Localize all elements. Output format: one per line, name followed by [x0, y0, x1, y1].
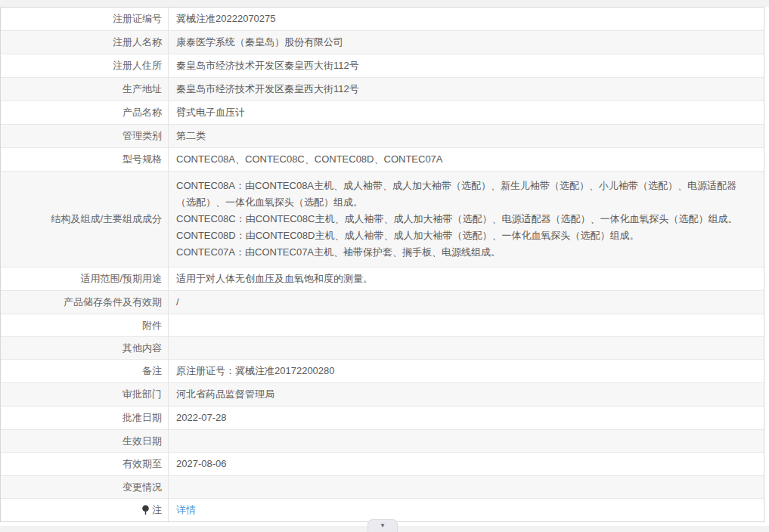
row-label: 注 — [1, 499, 169, 521]
table-row: 批准日期 2022-07-28 — [1, 407, 764, 430]
row-label: 审批部门 — [1, 383, 169, 406]
row-label: 生产地址 — [1, 78, 169, 101]
collapse-panel-tab[interactable]: ▼ — [367, 519, 398, 532]
row-value — [169, 322, 764, 329]
row-label: 型号规格 — [1, 148, 169, 171]
row-label: 附件 — [1, 314, 169, 336]
row-value: 臂式电子血压计 — [169, 101, 764, 124]
row-label: 适用范围/预期用途 — [1, 268, 169, 290]
row-label-text: 注册人名称 — [113, 36, 162, 49]
table-row: 适用范围/预期用途 适用于对人体无创血压及血氧饱和度的测量。 — [1, 268, 764, 291]
row-label: 注册人住所 — [1, 54, 169, 77]
table-row: 生产地址 秦皇岛市经济技术开发区秦皇西大街112号 — [1, 78, 764, 101]
registration-detail-table: 注册证编号 冀械注准20222070275 注册人名称 康泰医学系统（秦皇岛）股… — [0, 7, 764, 522]
row-value: / — [169, 291, 764, 314]
row-label: 产品名称 — [1, 101, 169, 124]
table-row: 型号规格 CONTEC08A、CONTEC08C、CONTEC08D、CONTE… — [1, 148, 764, 172]
page-top-strip — [0, 0, 769, 7]
row-value: 第二类 — [169, 125, 764, 147]
table-row: 产品储存条件及有效期 / — [1, 291, 764, 314]
table-row: 注 详情 — [1, 499, 764, 521]
row-value: CONTEC08A、CONTEC08C、CONTEC08D、CONTEC07A — [169, 148, 764, 171]
row-value: 河北省药品监督管理局 — [169, 383, 764, 406]
table-row: 生效日期 — [1, 430, 764, 453]
pin-icon — [141, 505, 150, 515]
table-row: 有效期至 2027-08-06 — [1, 453, 764, 476]
row-value — [169, 438, 764, 445]
row-label: 其他内容 — [1, 337, 169, 359]
row-label-text: 生效日期 — [122, 435, 162, 448]
table-row: 变更情况 — [1, 476, 764, 499]
table-row: 注册证编号 冀械注准20222070275 — [1, 8, 764, 31]
row-label-text: 适用范围/预期用途 — [80, 272, 162, 286]
row-label-text: 附件 — [142, 319, 162, 332]
row-value: 康泰医学系统（秦皇岛）股份有限公司 — [169, 31, 764, 54]
row-value — [169, 484, 764, 491]
row-label-text: 型号规格 — [122, 153, 162, 166]
row-value: 2027-08-06 — [169, 453, 764, 475]
row-label-text: 产品储存条件及有效期 — [64, 295, 162, 309]
row-label-text: 变更情况 — [122, 481, 162, 494]
row-label: 管理类别 — [1, 125, 169, 147]
table-row: 注册人名称 康泰医学系统（秦皇岛）股份有限公司 — [1, 31, 764, 54]
row-label: 产品储存条件及有效期 — [1, 291, 169, 314]
row-label-text: 生产地址 — [122, 82, 162, 96]
row-label-text: 结构及组成/主要组成成分 — [51, 212, 162, 226]
row-label: 批准日期 — [1, 407, 169, 429]
table-row: 结构及组成/主要组成成分 CONTEC08A：由CONTEC08A主机、成人袖带… — [1, 172, 764, 268]
row-label-text: 审批部门 — [122, 388, 162, 401]
row-label: 有效期至 — [1, 453, 169, 475]
row-value: 秦皇岛市经济技术开发区秦皇西大街112号 — [169, 78, 764, 101]
row-value: CONTEC08A：由CONTEC08A主机、成人袖带、成人加大袖带（选配）、新… — [169, 172, 764, 267]
row-label: 备注 — [1, 360, 169, 382]
row-label: 注册人名称 — [1, 31, 169, 54]
row-value: 秦皇岛市经济技术开发区秦皇西大街112号 — [169, 54, 764, 77]
row-value: 原注册证号：冀械注准20172200280 — [169, 360, 764, 382]
row-value — [169, 345, 764, 352]
table-row: 其他内容 — [1, 337, 764, 360]
row-label: 生效日期 — [1, 430, 169, 452]
chevron-down-icon: ▼ — [380, 523, 386, 529]
row-label-text: 其他内容 — [122, 342, 162, 355]
row-label-text: 备注 — [142, 364, 162, 378]
table-row: 备注 原注册证号：冀械注准20172200280 — [1, 360, 764, 383]
row-label-text: 注册证编号 — [113, 12, 162, 26]
row-value: 详情 — [169, 499, 764, 521]
row-label-text: 注 — [152, 503, 162, 517]
table-row: 审批部门 河北省药品监督管理局 — [1, 383, 764, 407]
row-label-text: 注册人住所 — [113, 59, 162, 73]
table-row: 附件 — [1, 314, 764, 337]
row-label-text: 管理类别 — [122, 129, 162, 143]
row-label: 结构及组成/主要组成成分 — [1, 172, 169, 267]
table-row: 注册人住所 秦皇岛市经济技术开发区秦皇西大街112号 — [1, 54, 764, 78]
row-label: 变更情况 — [1, 476, 169, 498]
row-value: 适用于对人体无创血压及血氧饱和度的测量。 — [169, 268, 764, 290]
table-row: 产品名称 臂式电子血压计 — [1, 101, 764, 125]
row-label-text: 产品名称 — [122, 106, 162, 119]
details-link[interactable]: 详情 — [176, 504, 196, 515]
row-value: 2022-07-28 — [169, 407, 764, 429]
table-row: 管理类别 第二类 — [1, 125, 764, 148]
row-label: 注册证编号 — [1, 8, 169, 30]
row-label-text: 批准日期 — [122, 411, 162, 425]
row-label-text: 有效期至 — [122, 457, 162, 471]
row-value: 冀械注准20222070275 — [169, 8, 764, 30]
